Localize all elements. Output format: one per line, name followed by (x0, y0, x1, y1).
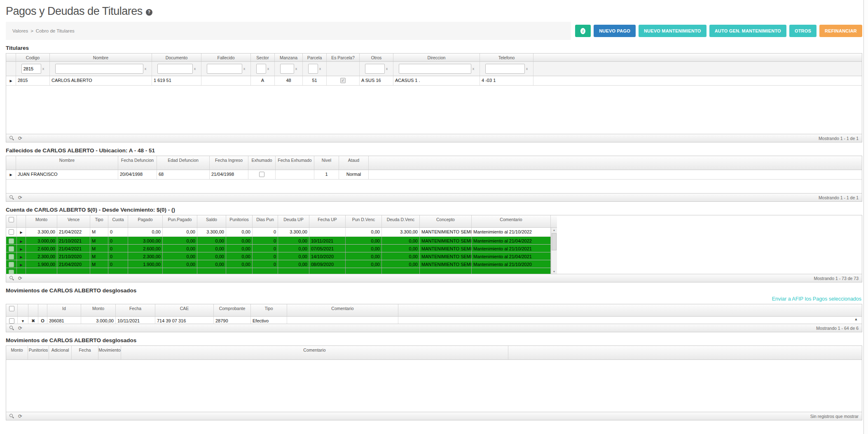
table-row[interactable] (6, 268, 551, 274)
column-header-blank[interactable] (6, 304, 18, 316)
exhumado-checkbox[interactable] (259, 172, 264, 177)
auto-gen-mantenimiento-button[interactable]: AUTO GEN. MANTENIMIENTO (709, 25, 786, 37)
clear-filter-icon[interactable]: x (194, 67, 196, 71)
column-header-comprobante[interactable]: Comprobante (214, 304, 251, 316)
column-header-cae[interactable]: CAE (155, 304, 214, 316)
browser-scrollbar[interactable] (863, 0, 868, 434)
column-header-tipo[interactable]: Tipo (90, 215, 108, 227)
nuevo-pago-button[interactable]: NUEVO PAGO (594, 25, 636, 37)
refresh-icon[interactable]: ⟳ (18, 276, 22, 281)
breadcrumb-item-valores[interactable]: Valores (12, 28, 28, 33)
row-select-checkbox[interactable] (9, 238, 14, 244)
column-header-ataud[interactable]: Ataud (339, 156, 369, 170)
column-header-punitorios[interactable]: Punitorios (28, 346, 49, 359)
column-header-id[interactable]: Id (47, 304, 81, 316)
filter-input-documento[interactable] (157, 64, 193, 74)
clear-filter-icon[interactable]: x (243, 67, 246, 71)
column-header-pun-pagado[interactable]: Pun.Pagado (163, 215, 197, 227)
column-header-exhumado[interactable]: Exhumado (248, 156, 276, 170)
column-header-punitorios[interactable]: Punitorios (226, 215, 253, 227)
search-icon[interactable] (9, 326, 14, 330)
column-header-fecha[interactable]: Fecha (116, 304, 155, 316)
refresh-icon[interactable]: ⟳ (18, 136, 22, 141)
filter-input-fallecido[interactable] (207, 64, 242, 74)
scrollbar-thumb[interactable] (552, 233, 557, 250)
filter-input-manzana[interactable] (280, 64, 294, 74)
column-header-blank[interactable] (28, 304, 38, 316)
afip-link[interactable]: Enviar a AFIP los Pagos seleccionados (772, 296, 861, 302)
column-header-manzana[interactable]: Manzana (275, 54, 303, 61)
refresh-icon[interactable]: ⟳ (18, 195, 22, 200)
expand-row-icon[interactable]: ▶ (6, 76, 16, 85)
filter-input-parcela[interactable] (308, 64, 318, 74)
filter-input-nombre[interactable] (55, 64, 143, 74)
column-header-deuda-up[interactable]: Deuda UP (278, 215, 309, 227)
filter-input-direccion[interactable] (399, 64, 471, 74)
filter-input-sector[interactable] (256, 64, 266, 74)
clear-filter-icon[interactable]: x (145, 67, 147, 71)
table-row[interactable]: ▼✖O3960813.000,0010/11/2021714 39 07 316… (6, 317, 862, 324)
movimientos-pagos-select-all-checkbox[interactable] (9, 306, 14, 311)
clear-filter-icon[interactable]: x (473, 67, 475, 71)
clear-filter-icon[interactable]: x (295, 67, 297, 71)
expand-row-icon[interactable]: ▶ (6, 170, 16, 179)
column-header-edad-defuncion[interactable]: Edad Defuncion (157, 156, 210, 170)
scroll-up-icon[interactable]: ▲ (551, 229, 557, 231)
refresh-icon[interactable]: ⟳ (18, 414, 22, 419)
column-header-pun-d-venc[interactable]: Pun D.Venc (346, 215, 382, 227)
column-header-pagado[interactable]: Pagado (128, 215, 163, 227)
filter-input-otros[interactable] (365, 64, 385, 74)
column-header-blank[interactable] (17, 215, 26, 227)
table-row[interactable]: ▶2.600,0021/04/2021M02.600,000,000,000,0… (6, 245, 551, 252)
expand-row-icon[interactable]: ▶ (17, 237, 26, 244)
delete-icon[interactable]: ✖ (28, 317, 38, 324)
column-header-saldo[interactable]: Saldo (197, 215, 226, 227)
column-header-nombre[interactable]: Nombre (50, 54, 152, 61)
column-header-documento[interactable]: Documento (152, 54, 201, 61)
column-header-codigo[interactable]: Codigo (16, 54, 50, 61)
column-header-dias-pun[interactable]: Dias Pun (253, 215, 278, 227)
table-row[interactable]: ▶2815CARLOS ALBERTO1 619 51A4851✓A SUS 1… (6, 76, 862, 86)
column-header-vence[interactable]: Vence (57, 215, 90, 227)
cuenta-select-all-checkbox[interactable] (9, 217, 14, 222)
expand-row-icon[interactable]: ▶ (17, 228, 26, 236)
column-header-fecha-defuncion[interactable]: Fecha Defuncion (118, 156, 157, 170)
column-header-blank[interactable] (38, 304, 47, 316)
column-header-blank[interactable] (6, 215, 17, 227)
column-header-deuda-d-venc[interactable]: Deuda D.Venc (382, 215, 420, 227)
table-row[interactable]: ▶1.900,0021/04/2020M01.900,000,000,000,0… (6, 260, 551, 268)
column-header-parcela[interactable]: Parcela (303, 54, 327, 61)
filter-input-telefono[interactable] (485, 64, 525, 74)
column-header-blank[interactable] (18, 304, 28, 316)
clear-filter-icon[interactable]: x (267, 67, 269, 71)
filter-input-codigo[interactable] (21, 64, 41, 74)
search-icon[interactable] (9, 276, 14, 280)
column-header-otros[interactable]: Otros (360, 54, 393, 61)
search-icon[interactable] (9, 195, 14, 200)
expand-row-icon[interactable]: ▶ (17, 260, 26, 268)
column-header-fecha-ingreso[interactable]: Fecha Ingreso (210, 156, 248, 170)
receipt-icon[interactable]: O (38, 317, 47, 324)
clear-filter-icon[interactable]: x (42, 67, 44, 71)
scroll-down-icon[interactable]: ▼ (551, 270, 557, 273)
cuenta-vertical-scrollbar[interactable]: ▲▼ (551, 228, 557, 274)
otros-button[interactable]: OTROS (789, 25, 817, 37)
column-header-es-parcela[interactable]: Es Parcela? (327, 54, 360, 61)
column-header-fecha-exhumado[interactable]: Fecha Exhumado (276, 156, 314, 170)
column-header-fecha-up[interactable]: Fecha UP (309, 215, 346, 227)
es-parcela-checkbox[interactable]: ✓ (340, 78, 346, 83)
column-header-concepto[interactable]: Concepto (420, 215, 472, 227)
column-header-blank[interactable] (6, 156, 16, 170)
scroll-up-icon[interactable]: ▲ (853, 317, 859, 321)
column-header-telefono[interactable]: Telefono (480, 54, 533, 61)
row-select-checkbox[interactable] (9, 262, 14, 267)
column-header-adicional[interactable]: Adicional (49, 346, 72, 359)
column-header-cuota[interactable]: Cuota (108, 215, 128, 227)
row-select-checkbox[interactable] (9, 318, 14, 324)
row-select-checkbox[interactable] (9, 270, 14, 274)
column-header-comentario[interactable]: Comentario (121, 346, 508, 359)
column-header-monto[interactable]: Monto (6, 346, 28, 359)
table-row[interactable]: ▶3.000,0021/10/2021M03.000,000,000,000,0… (6, 237, 551, 245)
column-header-movimiento[interactable]: Movimiento (98, 346, 121, 359)
column-header-comentario[interactable]: Comentario (287, 304, 398, 316)
